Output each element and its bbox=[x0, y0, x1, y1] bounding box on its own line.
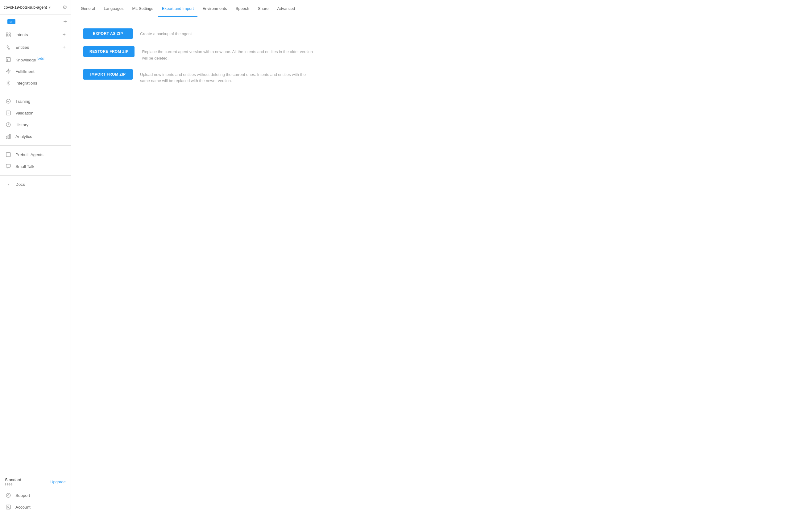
integrations-icon bbox=[5, 80, 12, 86]
analytics-label: Analytics bbox=[16, 134, 66, 139]
validation-icon bbox=[5, 110, 12, 116]
entities-icon bbox=[5, 45, 12, 50]
tab-advanced[interactable]: Advanced bbox=[273, 1, 299, 17]
sidebar-item-intents[interactable]: Intents + bbox=[0, 28, 71, 41]
sidebar-divider-3 bbox=[0, 175, 71, 176]
top-navigation: General Languages ML Settings Export and… bbox=[71, 0, 812, 17]
validation-label: Validation bbox=[16, 111, 66, 115]
export-import-content: EXPORT AS ZIP Create a backup of the age… bbox=[71, 17, 812, 516]
integrations-label: Integrations bbox=[16, 81, 66, 85]
sidebar-item-prebuilt-agents[interactable]: Prebuilt Agents bbox=[0, 149, 71, 161]
svg-rect-1 bbox=[9, 33, 10, 34]
sidebar-section-main: Intents + Entities + Knowledge[beta] Ful… bbox=[0, 27, 71, 90]
agent-name-label: covid-19-bots-sub-agent bbox=[4, 5, 47, 9]
prebuilt-agents-icon bbox=[5, 152, 12, 157]
svg-point-5 bbox=[8, 48, 10, 49]
beta-badge: [beta] bbox=[37, 57, 45, 60]
sidebar-header: covid-19-bots-sub-agent ▾ ⚙ bbox=[0, 0, 71, 15]
svg-point-22 bbox=[6, 493, 10, 497]
svg-point-4 bbox=[7, 46, 9, 47]
plan-name: Standard bbox=[5, 478, 21, 482]
intents-label: Intents bbox=[16, 32, 62, 37]
export-zip-row: EXPORT AS ZIP Create a backup of the age… bbox=[83, 28, 800, 39]
restore-zip-row: RESTORE FROM ZIP Replace the current age… bbox=[83, 46, 800, 62]
training-label: Training bbox=[16, 99, 66, 104]
svg-point-25 bbox=[8, 506, 9, 507]
training-icon bbox=[5, 98, 12, 104]
sidebar-item-training[interactable]: Training bbox=[0, 95, 71, 107]
svg-rect-3 bbox=[9, 35, 10, 37]
analytics-icon bbox=[5, 134, 12, 139]
restore-from-zip-button[interactable]: RESTORE FROM ZIP bbox=[83, 46, 135, 57]
add-language-button[interactable]: + bbox=[63, 18, 67, 25]
entities-label: Entities bbox=[16, 45, 62, 50]
export-zip-description: Create a backup of the agent bbox=[140, 28, 192, 37]
tab-speech[interactable]: Speech bbox=[232, 1, 253, 17]
svg-rect-2 bbox=[6, 35, 8, 37]
settings-gear-icon[interactable]: ⚙ bbox=[63, 4, 67, 10]
sidebar-divider-1 bbox=[0, 92, 71, 92]
history-label: History bbox=[16, 122, 66, 127]
fulfillment-label: Fulfillment bbox=[16, 69, 66, 74]
lang-row: en + bbox=[0, 15, 71, 27]
restore-zip-description: Replace the current agent version with a… bbox=[142, 46, 315, 62]
tab-general[interactable]: General bbox=[77, 1, 99, 17]
upgrade-link[interactable]: Upgrade bbox=[50, 480, 66, 484]
small-talk-icon bbox=[5, 164, 12, 169]
sidebar-item-account[interactable]: Account bbox=[0, 501, 71, 513]
knowledge-label: Knowledge[beta] bbox=[16, 57, 66, 62]
docs-label: Docs bbox=[16, 182, 66, 187]
tab-export-import[interactable]: Export and Import bbox=[158, 1, 198, 17]
support-label: Support bbox=[16, 493, 66, 498]
plan-info: Standard Free bbox=[5, 478, 21, 486]
import-zip-row: IMPORT FROM ZIP Upload new intents and e… bbox=[83, 69, 800, 85]
svg-rect-16 bbox=[6, 136, 7, 139]
svg-rect-8 bbox=[6, 57, 10, 62]
sidebar-item-docs[interactable]: › Docs bbox=[0, 179, 71, 190]
account-label: Account bbox=[16, 505, 66, 510]
tab-languages[interactable]: Languages bbox=[100, 1, 127, 17]
sidebar-item-support[interactable]: Support bbox=[0, 489, 71, 501]
knowledge-icon bbox=[5, 57, 12, 62]
main-content: General Languages ML Settings Export and… bbox=[71, 0, 812, 516]
intents-icon bbox=[5, 32, 12, 38]
import-from-zip-button[interactable]: IMPORT FROM ZIP bbox=[83, 69, 133, 80]
tab-share[interactable]: Share bbox=[254, 1, 272, 17]
export-as-zip-button[interactable]: EXPORT AS ZIP bbox=[83, 28, 133, 39]
small-talk-label: Small Talk bbox=[16, 164, 66, 169]
sidebar-item-fulfillment[interactable]: Fulfillment bbox=[0, 65, 71, 77]
support-icon bbox=[5, 492, 12, 498]
add-intent-button[interactable]: + bbox=[62, 31, 66, 38]
svg-rect-0 bbox=[6, 33, 8, 34]
svg-rect-19 bbox=[6, 152, 10, 157]
prebuilt-agents-label: Prebuilt Agents bbox=[16, 152, 66, 157]
agent-selector[interactable]: covid-19-bots-sub-agent ▾ bbox=[4, 5, 51, 9]
sidebar-section-tools: Training Validation History Analytics bbox=[0, 94, 71, 144]
chevron-down-icon: ▾ bbox=[49, 5, 51, 9]
sidebar-section-docs: › Docs bbox=[0, 177, 71, 191]
sidebar-section-extras: Prebuilt Agents Small Talk bbox=[0, 147, 71, 173]
sidebar-item-entities[interactable]: Entities + bbox=[0, 41, 71, 54]
plan-type: Free bbox=[5, 482, 21, 486]
sidebar-divider-2 bbox=[0, 145, 71, 146]
add-entity-button[interactable]: + bbox=[62, 44, 66, 51]
account-icon bbox=[5, 504, 12, 510]
svg-rect-21 bbox=[6, 164, 10, 167]
docs-chevron-icon: › bbox=[5, 182, 12, 187]
sidebar-item-analytics[interactable]: Analytics bbox=[0, 131, 71, 142]
svg-rect-18 bbox=[9, 134, 10, 139]
sidebar-item-integrations[interactable]: Integrations bbox=[0, 77, 71, 89]
svg-rect-17 bbox=[8, 135, 9, 139]
sidebar-item-history[interactable]: History bbox=[0, 119, 71, 131]
sidebar-item-validation[interactable]: Validation bbox=[0, 107, 71, 119]
svg-point-23 bbox=[8, 495, 9, 496]
sidebar-item-knowledge[interactable]: Knowledge[beta] bbox=[0, 54, 71, 65]
language-badge[interactable]: en bbox=[7, 19, 16, 24]
svg-marker-11 bbox=[6, 69, 10, 74]
tab-ml-settings[interactable]: ML Settings bbox=[129, 1, 157, 17]
sidebar-item-small-talk[interactable]: Small Talk bbox=[0, 161, 71, 172]
upgrade-section: Standard Free Upgrade bbox=[0, 474, 71, 489]
tab-environments[interactable]: Environments bbox=[199, 1, 230, 17]
fulfillment-icon bbox=[5, 68, 12, 74]
history-icon bbox=[5, 122, 12, 127]
